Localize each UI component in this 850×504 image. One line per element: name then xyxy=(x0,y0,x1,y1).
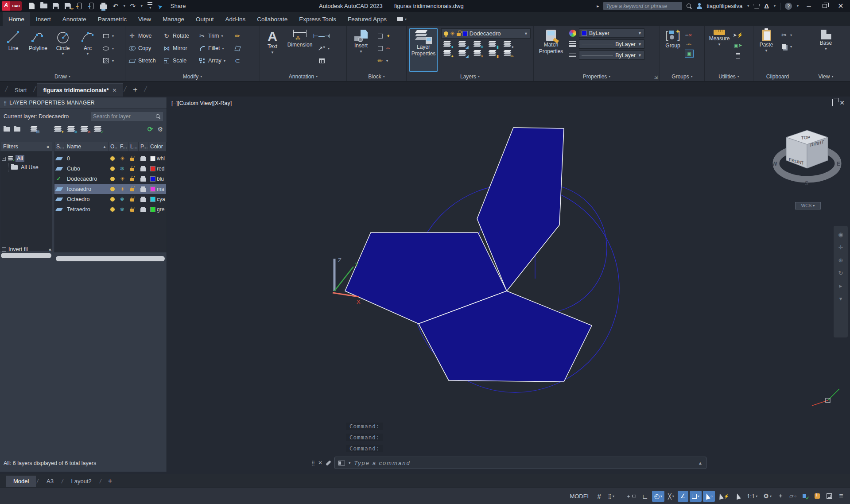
tab-output[interactable]: Output xyxy=(190,12,220,26)
full-navigation-wheel-icon[interactable]: ◉ xyxy=(838,231,843,238)
command-history-expand-icon[interactable]: ▲ xyxy=(698,461,703,465)
text-tool[interactable]: A Text ▼ xyxy=(263,28,282,72)
insert-block-tool[interactable]: Insert ▼ xyxy=(349,28,373,72)
orbit-icon[interactable]: ↻ xyxy=(838,270,843,276)
tree-item-all[interactable]: − ✓ All xyxy=(2,154,50,163)
layer-states-manager-icon[interactable]: ▤ xyxy=(30,126,38,132)
paste-caret-icon[interactable]: ▼ xyxy=(765,49,768,53)
snap-mode-icon[interactable]: ⣿▾ xyxy=(606,491,617,502)
lineweight-icon[interactable] xyxy=(569,41,576,47)
lineweight-caret-icon[interactable]: ▼ xyxy=(638,42,642,47)
tab-parametric[interactable]: Parametric xyxy=(92,12,132,26)
delete-layer-icon[interactable]: ✕ xyxy=(80,126,89,133)
user-avatar-icon[interactable] xyxy=(696,3,702,9)
layer-thaw-icon[interactable]: ☀ xyxy=(120,186,125,192)
layer-unlock-icon[interactable] xyxy=(130,158,134,161)
explode-tool[interactable] xyxy=(233,43,244,53)
viewport-minimize-icon[interactable]: ─ xyxy=(823,100,827,106)
layer-on-icon[interactable] xyxy=(110,156,115,161)
layer-frozen-icon[interactable]: ❄ xyxy=(120,166,124,171)
layer-plot-icon[interactable] xyxy=(140,198,146,202)
osnap-tracking-icon[interactable]: ∠ xyxy=(678,491,688,502)
column-on[interactable]: O.. xyxy=(109,142,118,151)
polyline-tool[interactable]: Polyline xyxy=(27,28,49,72)
linetype-dropdown[interactable]: ByLayer ▼ xyxy=(579,50,644,60)
circle-tool[interactable]: Circle ▼ xyxy=(52,28,74,72)
text-caret-icon[interactable]: ▼ xyxy=(271,50,274,54)
layer-dropdown[interactable]: ☀ Dodecaedro ▼ xyxy=(441,28,531,39)
pan-icon[interactable]: ✛ xyxy=(838,244,843,251)
file-tab-close-icon[interactable]: ✕ xyxy=(113,87,117,93)
column-lock[interactable]: L... xyxy=(128,142,139,151)
cut-tool[interactable]: ✂▾ xyxy=(780,31,792,39)
column-status[interactable]: S... xyxy=(54,142,65,151)
panel-label-layers[interactable]: Layers▾ xyxy=(407,72,533,81)
create-block-tool[interactable]: ✦ xyxy=(376,31,390,41)
base-view-button[interactable]: Base ▼ xyxy=(815,28,837,72)
hatch-tool[interactable]: ▾ xyxy=(102,56,114,66)
layer-row-selected[interactable]: ✓ Icosaedro ☀❄ ma xyxy=(54,184,166,194)
copy-clip-tool[interactable]: ▾ xyxy=(780,43,792,50)
new-layout-button[interactable]: ＋ xyxy=(102,477,118,486)
group-button[interactable]: []✦ Group xyxy=(663,28,683,72)
panel-label-clipboard[interactable]: Clipboard xyxy=(753,72,802,81)
compass-west-label[interactable]: W xyxy=(772,161,777,167)
file-tab-document[interactable]: figuras tridimencionais* ✕ xyxy=(37,83,123,97)
layer-thaw-icon[interactable]: ☀ xyxy=(120,176,125,182)
layer-search-input[interactable]: Search for layer xyxy=(91,112,163,121)
ribbon-display-toggle[interactable]: ▾ xyxy=(397,12,407,26)
rectangle-tool[interactable]: ▾ xyxy=(102,31,114,41)
search-expand-icon[interactable]: ▸ xyxy=(597,4,599,8)
customize-qat-icon[interactable]: ▾ xyxy=(146,2,155,10)
layer-color-swatch[interactable] xyxy=(150,197,155,202)
new-layer-vp-frozen-icon[interactable]: ❄ xyxy=(67,126,76,133)
layer-on-icon[interactable] xyxy=(110,197,115,202)
workspace-switching-icon[interactable]: ⚙▾ xyxy=(761,491,774,502)
linetype-icon[interactable] xyxy=(569,54,576,57)
layer-plot-icon[interactable] xyxy=(140,188,146,192)
new-drawing-tab-button[interactable]: ＋ xyxy=(127,84,144,94)
layer-unlock-icon[interactable] xyxy=(130,209,134,212)
autocad-logo[interactable]: A CAD xyxy=(2,1,22,11)
layer-plot-icon[interactable] xyxy=(140,208,146,212)
ellipse-tool[interactable]: ▾ xyxy=(102,43,114,53)
viewport-controls[interactable]: [−][Custom View][X-Ray] xyxy=(171,100,232,106)
layer-off-icon[interactable]: ● xyxy=(443,41,452,48)
layer-match-icon[interactable]: ✏ xyxy=(503,50,512,57)
copy-tool[interactable]: Copy xyxy=(128,43,161,53)
fillet-tool[interactable]: Fillet▾ xyxy=(198,43,232,53)
layer-on-icon[interactable] xyxy=(110,187,115,191)
layer-color-swatch[interactable] xyxy=(150,166,155,171)
layout-tab-model[interactable]: Model xyxy=(6,476,36,487)
layer-unlock-icon[interactable] xyxy=(130,198,134,202)
array-tool[interactable]: Array▾ xyxy=(198,56,232,66)
quick-select-tool[interactable]: ➤⚡ xyxy=(734,31,742,39)
array-caret-icon[interactable]: ▾ xyxy=(224,59,225,63)
panel-label-groups[interactable]: Groups▾ xyxy=(660,72,704,81)
invert-filter-checkbox[interactable] xyxy=(2,247,6,252)
tab-insert[interactable]: Insert xyxy=(30,12,57,26)
column-freeze[interactable]: F... xyxy=(118,142,128,151)
overkill-tool[interactable]: ⊂ xyxy=(233,56,244,66)
insert-caret-icon[interactable]: ▼ xyxy=(359,50,363,54)
new-group-filter-icon[interactable] xyxy=(14,127,20,132)
wcs-caret-icon[interactable]: ▾ xyxy=(813,204,815,208)
layer-unlock-icon[interactable] xyxy=(130,168,134,171)
annotation-scale-value[interactable]: 1:1▾ xyxy=(745,491,760,502)
tab-add-ins[interactable]: Add-ins xyxy=(219,12,251,26)
isolate-objects-icon[interactable]: ▱○ xyxy=(787,491,799,502)
match-properties-button[interactable]: Match Properties xyxy=(536,28,566,72)
command-bar-grip-icon[interactable]: ⣿ xyxy=(311,460,315,466)
close-button[interactable]: ✕ xyxy=(835,2,846,11)
file-tab-start[interactable]: Start xyxy=(8,83,33,97)
isometric-drafting-icon[interactable]: ╳▾ xyxy=(666,491,676,502)
command-prompt-icon[interactable] xyxy=(338,461,345,465)
layer-unlock-icon[interactable] xyxy=(130,188,134,191)
object-snap-icon[interactable]: ▾ xyxy=(690,491,702,502)
save-as-icon[interactable]: ✏ xyxy=(63,2,72,10)
drawing-viewport[interactable]: [−][Custom View][X-Ray] ─ ✕ Z xyxy=(167,97,850,474)
ortho-mode-icon[interactable]: ∟ xyxy=(640,491,651,502)
layout-tab-a3[interactable]: A3 xyxy=(39,476,61,487)
dimension-tool[interactable]: ⁂ Dimension xyxy=(286,28,314,72)
save-to-web-icon[interactable] xyxy=(87,2,96,10)
